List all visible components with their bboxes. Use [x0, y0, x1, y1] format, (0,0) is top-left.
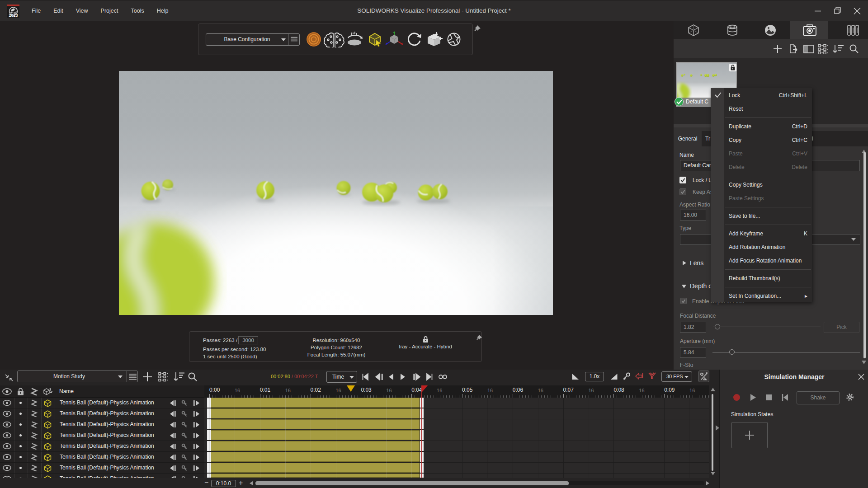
svg-text:2023: 2023: [9, 13, 18, 18]
